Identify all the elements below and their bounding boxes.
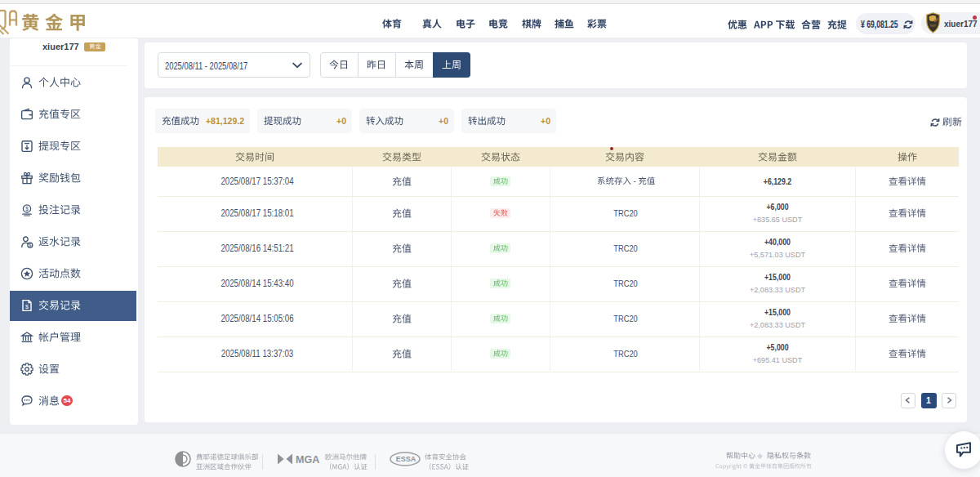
- svg-text:$: $: [25, 304, 29, 310]
- svg-text:$: $: [29, 243, 31, 247]
- svg-text:$: $: [25, 206, 29, 212]
- svg-text:ESSA: ESSA: [396, 455, 416, 463]
